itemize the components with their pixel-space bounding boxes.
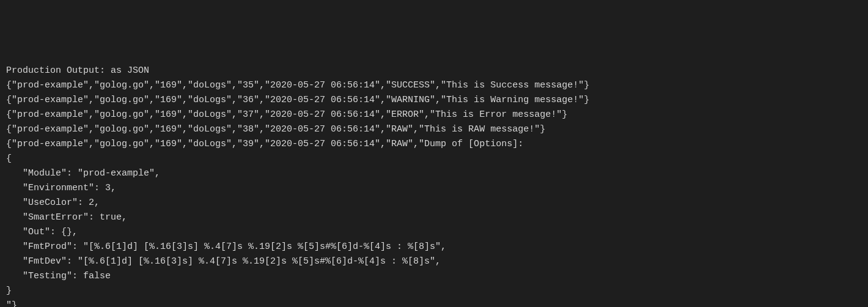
log-line: {"prod-example","golog.go","169","doLogs… bbox=[6, 78, 862, 93]
log-line: {"prod-example","golog.go","169","doLogs… bbox=[6, 137, 862, 152]
log-line: {"prod-example","golog.go","169","doLogs… bbox=[6, 122, 862, 137]
log-line: "UseColor": 2, bbox=[6, 196, 862, 210]
output-header: Production Output: as JSON bbox=[6, 64, 862, 78]
log-line: "Module": "prod-example", bbox=[6, 166, 862, 181]
log-line: "Out": {}, bbox=[6, 225, 862, 240]
log-line: {"prod-example","golog.go","169","doLogs… bbox=[6, 108, 862, 122]
log-line: "Testing": false bbox=[6, 269, 862, 284]
log-line: {"prod-example","golog.go","169","doLogs… bbox=[6, 93, 862, 108]
log-line: } bbox=[6, 284, 862, 298]
log-line: { bbox=[6, 152, 862, 166]
log-line: "Environment": 3, bbox=[6, 181, 862, 196]
log-line: "} bbox=[6, 298, 862, 307]
log-line: "FmtProd": "[%.6[1]d] [%.16[3]s] %.4[7]s… bbox=[6, 240, 862, 254]
log-line: "SmartError": true, bbox=[6, 210, 862, 225]
log-line: "FmtDev": "[%.6[1]d] [%.16[3]s] %.4[7]s … bbox=[6, 254, 862, 269]
